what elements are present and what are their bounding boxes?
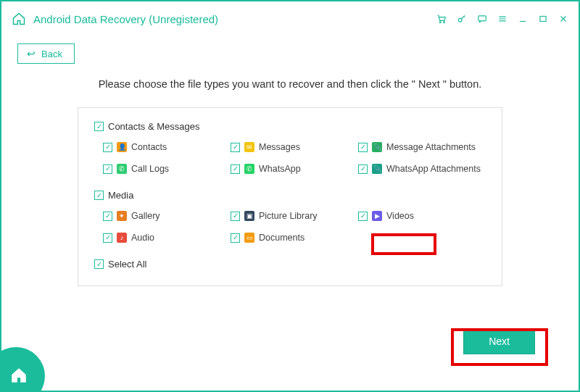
videos-icon: ▶ xyxy=(372,211,382,221)
back-label: Back xyxy=(41,49,62,59)
app-title: Android Data Recovery (Unregistered) xyxy=(33,13,218,25)
checkbox[interactable] xyxy=(231,164,240,174)
call-logs-icon: ✆ xyxy=(117,164,127,174)
item-whatsapp[interactable]: ✆WhatsApp xyxy=(231,164,358,174)
label-call-logs: Call Logs xyxy=(131,164,169,174)
label-messages: Messages xyxy=(259,142,300,152)
back-arrow-icon: ↩ xyxy=(27,48,36,59)
home-icon[interactable] xyxy=(12,12,26,26)
select-all-label: Select All xyxy=(108,259,146,270)
label-audio: Audio xyxy=(131,233,154,243)
svg-rect-3 xyxy=(478,16,486,21)
checkbox[interactable] xyxy=(358,143,368,152)
next-button[interactable]: Next xyxy=(463,328,535,354)
label-whatsapp: WhatsApp xyxy=(259,164,301,174)
label-documents: Documents xyxy=(259,233,304,243)
label-gallery: Gallery xyxy=(131,211,160,221)
svg-point-1 xyxy=(444,22,445,23)
checkbox[interactable] xyxy=(231,212,240,221)
item-msg-attachments[interactable]: 📎Message Attachments xyxy=(358,142,486,152)
checkbox[interactable] xyxy=(103,233,112,243)
svg-point-0 xyxy=(439,22,441,23)
item-gallery[interactable]: ✦Gallery xyxy=(103,211,231,221)
label-msg-attachments: Message Attachments xyxy=(386,142,476,152)
label-contacts: Contacts xyxy=(131,142,167,152)
menu-icon[interactable] xyxy=(497,14,508,24)
checkbox[interactable] xyxy=(103,164,112,174)
svg-point-2 xyxy=(458,18,462,22)
fab-home-button[interactable] xyxy=(0,347,45,392)
feedback-icon[interactable] xyxy=(477,14,487,24)
checkbox[interactable] xyxy=(358,212,368,221)
label-videos: Videos xyxy=(386,211,414,221)
file-type-panel: Contacts & Messages 👤Contacts ✉Messages … xyxy=(78,107,502,286)
item-audio[interactable]: ♪Audio xyxy=(103,233,231,243)
contacts-icon: 👤 xyxy=(117,142,127,152)
checkbox[interactable] xyxy=(103,212,112,221)
checkbox[interactable] xyxy=(231,143,240,152)
checkbox-media[interactable] xyxy=(94,191,104,200)
section-header-media: Media xyxy=(108,190,133,201)
back-button[interactable]: ↩ Back xyxy=(17,43,75,64)
whatsapp-attachments-icon: 📎 xyxy=(372,164,382,174)
key-icon[interactable] xyxy=(457,14,467,24)
picture-library-icon: ▣ xyxy=(244,211,254,221)
whatsapp-icon: ✆ xyxy=(244,164,254,174)
label-whatsapp-attachments: WhatsApp Attachments xyxy=(386,164,481,174)
cart-icon[interactable] xyxy=(436,14,447,24)
minimize-icon[interactable] xyxy=(518,14,528,24)
item-contacts[interactable]: 👤Contacts xyxy=(103,142,231,152)
checkbox[interactable] xyxy=(358,164,368,174)
checkbox-contacts-messages[interactable] xyxy=(94,122,104,131)
item-messages[interactable]: ✉Messages xyxy=(231,142,358,152)
gallery-icon: ✦ xyxy=(117,211,127,221)
item-videos[interactable]: ▶Videos xyxy=(358,211,486,221)
section-contacts-messages[interactable]: Contacts & Messages xyxy=(94,121,486,132)
messages-icon: ✉ xyxy=(244,142,254,152)
item-picture-library[interactable]: ▣Picture Library xyxy=(231,211,358,221)
item-call-logs[interactable]: ✆Call Logs xyxy=(103,164,231,174)
close-icon[interactable] xyxy=(558,14,568,24)
item-documents[interactable]: ▭Documents xyxy=(231,233,358,243)
instruction-text: Please choose the file types you want to… xyxy=(1,78,579,90)
select-all[interactable]: Select All xyxy=(94,259,486,270)
checkbox[interactable] xyxy=(231,233,240,243)
audio-icon: ♪ xyxy=(117,233,127,243)
checkbox-select-all[interactable] xyxy=(94,259,104,269)
svg-rect-4 xyxy=(540,17,546,22)
maximize-icon[interactable] xyxy=(538,14,548,24)
section-media[interactable]: Media xyxy=(94,190,486,201)
documents-icon: ▭ xyxy=(244,233,254,243)
section-header-contacts: Contacts & Messages xyxy=(108,121,199,132)
msg-attachments-icon: 📎 xyxy=(372,142,382,152)
label-picture-library: Picture Library xyxy=(259,211,318,221)
item-whatsapp-attachments[interactable]: 📎WhatsApp Attachments xyxy=(358,164,486,174)
checkbox[interactable] xyxy=(103,143,112,152)
